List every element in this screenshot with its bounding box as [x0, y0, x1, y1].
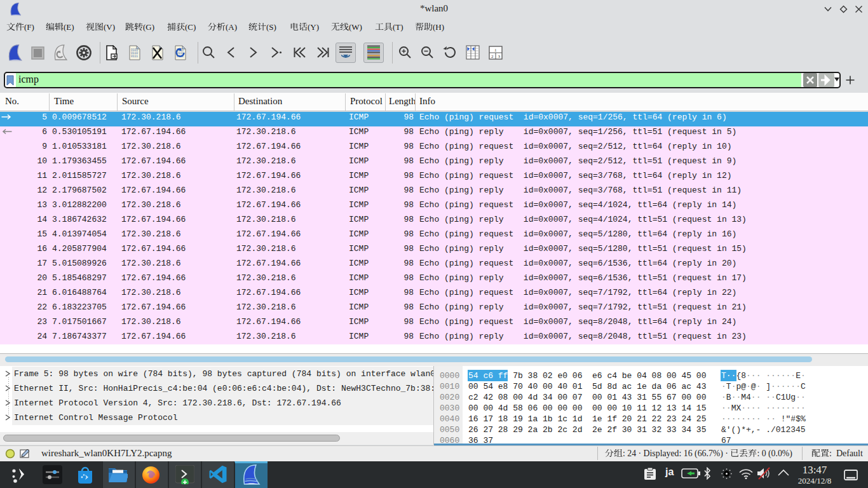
svg-text:3: 3 [498, 54, 501, 59]
svg-text:2: 2 [491, 54, 494, 59]
svg-text:1: 1 [494, 48, 497, 53]
svg-text:0111: 0111 [131, 55, 138, 58]
